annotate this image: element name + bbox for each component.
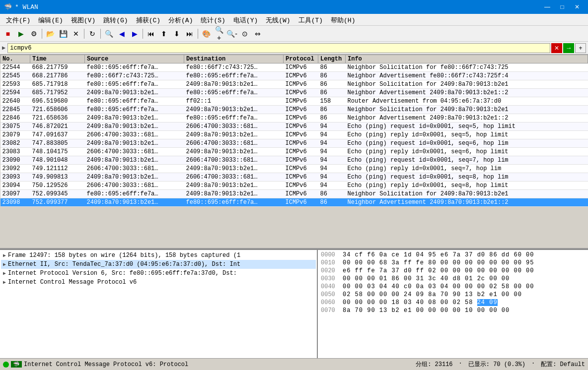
cell-info: Echo (ping) request id=0x0001, seq=6, ho… [346,139,588,148]
options-button[interactable]: ⚙ [28,28,40,40]
cell-no: 23075 [0,123,30,131]
detail-row[interactable]: ▶ Ethernet II, Src: TendaTec_7a:37:d0 (0… [1,260,316,269]
table-row[interactable]: 22845721.658606fe80::695:e6ff:fe7a…2409:… [0,106,588,114]
cell-dst: 2606:4700:3033::681… [184,139,284,148]
minimize-button[interactable]: — [540,2,554,12]
packet-tbody[interactable]: 22544668.217759fe80::695:e6ff:fe7a…fe80:… [0,63,588,207]
table-row[interactable]: 22640696.519680fe80::695:e6ff:fe7a…ff02:… [0,97,588,106]
cell-time: 668.217759 [30,63,85,72]
hex-bytes: 34 cf f6 0a ce 1d 04 95 e6 7a 37 d0 86 d… [343,251,585,258]
filter-apply-button[interactable]: → [563,43,574,53]
detail-row[interactable]: ▶ Frame 12497: 158 bytes on wire (1264 b… [1,251,316,260]
col-protocol: Protocol [284,55,318,63]
hex-row: 001000 00 00 68 3a ff fe 80 00 00 00 00 … [319,259,587,267]
menu-tools[interactable]: 工具(T) [294,15,327,24]
cell-time: 721.658606 [30,106,85,114]
find-button[interactable]: 🔍 [103,28,115,40]
menu-analyze[interactable]: 分析(A) [164,15,197,24]
app-icon: 🦈 [4,3,12,11]
menu-view[interactable]: 视图(V) [67,15,99,24]
hex-view[interactable]: 000034 cf f6 0a ce 1d 04 95 e6 7a 37 d0 … [318,250,588,358]
open-button[interactable]: 📂 [44,28,56,40]
menu-wireless[interactable]: 无线(W) [262,15,294,24]
cell-time: 696.519680 [30,97,85,106]
filter-input[interactable] [7,43,550,53]
table-row[interactable]: 23079747.0916372606:4700:3033::681…2409:… [0,131,588,139]
menu-capture[interactable]: 捕获(C) [132,15,164,24]
save-button[interactable]: 💾 [57,28,69,40]
table-row[interactable]: 22544668.217759fe80::695:e6ff:fe7a…fe80:… [0,63,588,72]
resize-columns-button[interactable]: ⇔ [252,28,264,40]
goto-prev-button[interactable]: ⬆ [158,28,170,40]
table-row[interactable]: 23083748.1041752606:4700:3033::681…2409:… [0,148,588,156]
cell-proto: ICMPv6 [284,198,318,207]
toolbar-separator-1 [42,29,42,39]
restart-button[interactable]: ▶ [15,28,27,40]
table-row[interactable]: 23098752.0993772409:8a70:9013:b2e1…fe80:… [0,198,588,207]
table-row[interactable]: 22846721.6586362409:8a70:9013:b2e1…fe80:… [0,114,588,123]
filter-bookmark-button[interactable]: + [575,43,586,53]
cell-dst: 2409:8a70:9013:b2e1… [184,148,284,156]
table-row[interactable]: 23090748.9010482409:8a70:9013:b2e1…2606:… [0,156,588,165]
table-row[interactable]: 23082747.8838052409:8a70:9013:b2e1…2606:… [0,139,588,148]
close-button[interactable]: ✕ [570,2,584,12]
cell-dst: fe80::695:e6ff:fe7a… [184,198,284,207]
packet-details[interactable]: ▶ Frame 12497: 158 bytes on wire (1264 b… [0,250,318,358]
hex-offset: 0000 [321,251,339,258]
maximize-button[interactable]: □ [555,2,569,12]
hex-row: 00708a 70 90 13 b2 e1 00 00 00 00 10 00 … [319,307,587,314]
titlebar-controls[interactable]: — □ ✕ [540,2,584,12]
table-row[interactable]: 23092749.1211122606:4700:3033::681…2409:… [0,165,588,173]
table-row[interactable]: 22545668.217786fe80::66f7:c743:725…fe80:… [0,72,588,80]
cell-time: 685.717952 [30,89,85,97]
table-row[interactable]: 22594685.7179522409:8a70:9013:b2e1…fe80:… [0,89,588,97]
packet-list[interactable]: No. Time Source Destination Protocol Len… [0,55,588,249]
cell-dst: ff02::1 [184,97,284,106]
menu-phone[interactable]: 电话(Y) [229,15,262,24]
cell-len: 94 [318,123,346,131]
menu-file[interactable]: 文件(F) [2,15,34,24]
cell-src: 2606:4700:3033::681… [85,131,184,139]
menu-edit[interactable]: 编辑(E) [34,15,67,24]
cell-len: 94 [318,182,346,190]
cell-info: Neighbor Solicitation for 2409:8a70:9013… [346,80,588,89]
colorize-button[interactable]: 🎨 [200,28,212,40]
table-row[interactable]: 22593685.717918fe80::695:e6ff:fe7a…2409:… [0,80,588,89]
menu-help[interactable]: 帮助(H) [327,15,359,24]
goto-last-button[interactable]: ⏭ [184,28,196,40]
goto-next-button[interactable]: ⬇ [171,28,183,40]
packet-scroll[interactable]: No. Time Source Destination Protocol Len… [0,55,588,248]
titlebar-left: 🦈 * WLAN [4,3,38,11]
cell-len: 94 [318,165,346,173]
zoom-reset-button[interactable]: ⊙ [239,28,251,40]
stop-button[interactable]: ■ [2,28,14,40]
reload-button[interactable]: ↻ [86,28,98,40]
detail-text: Internet Protocol Version 6, Src: fe80::… [8,270,237,277]
cell-dst: fe80::695:e6ff:fe7a… [184,72,284,80]
close-capture-button[interactable]: ✕ [70,28,82,40]
menu-go[interactable]: 跳转(G) [99,15,132,24]
zoom-out-button[interactable]: 🔍- [226,28,238,40]
table-row[interactable]: 23094750.1295262606:4700:3033::681…2409:… [0,182,588,190]
table-row[interactable]: 23097752.099345fe80::695:e6ff:fe7a…2409:… [0,190,588,198]
detail-row[interactable]: ▶ Internet Control Message Protocol v6 [1,278,316,287]
cell-src: 2606:4700:3033::681… [85,165,184,173]
table-row[interactable]: 23093749.9098132409:8a70:9013:b2e1…2606:… [0,173,588,182]
filter-clear-button[interactable]: ✕ [551,43,562,53]
menu-statistics[interactable]: 统计(S) [197,15,229,24]
detail-row[interactable]: ▶ Internet Protocol Version 6, Src: fe80… [1,269,316,278]
zoom-in-button[interactable]: 🔍+ [213,28,225,40]
table-row[interactable]: 23075746.8720212409:8a70:9013:b2e1…2606:… [0,123,588,131]
status-protocol-label: Internet Control Message Protocol v6: Pr… [24,361,188,368]
hex-offset: 0050 [321,291,339,298]
hex-bytes: 00 00 00 68 3a ff fe 80 00 00 00 00 00 0… [343,259,585,266]
cell-info: Neighbor Advertisement 2409:8a70:9013:b2… [346,89,588,97]
back-button[interactable]: ◀ [116,28,128,40]
forward-button[interactable]: ▶ [129,28,141,40]
goto-first-button[interactable]: ⏮ [145,28,157,40]
cell-len: 158 [318,97,346,106]
cell-info: Echo (ping) request id=0x0001, seq=5, ho… [346,123,588,131]
cell-time: 685.717918 [30,80,85,89]
cell-proto: ICMPv6 [284,139,318,148]
cell-src: 2409:8a70:9013:b2e1… [85,123,184,131]
